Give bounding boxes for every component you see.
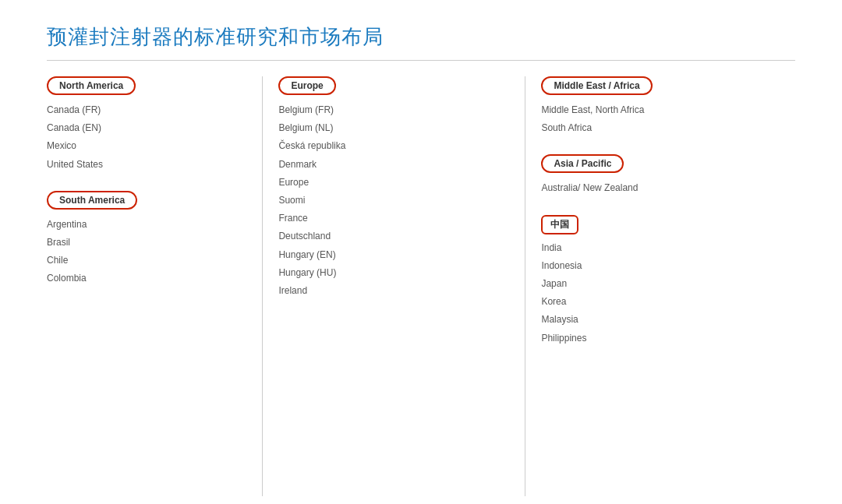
list-item: Suomi bbox=[278, 192, 509, 210]
list-item: Colombia bbox=[47, 270, 254, 287]
list-item: Hungary (HU) bbox=[278, 264, 509, 282]
list-item: Europe bbox=[278, 174, 509, 192]
south-america-section: South America Argentina Brasil Chile Col… bbox=[47, 191, 254, 298]
list-item: Česká republika bbox=[278, 137, 509, 155]
asia-other-country-list: India Indonesia Japan Korea Malaysia Phi… bbox=[541, 239, 795, 347]
list-item: Argentina bbox=[47, 216, 254, 234]
list-item: Belgium (FR) bbox=[278, 101, 509, 119]
asia-pacific-badge: Asia / Pacific bbox=[541, 154, 624, 173]
europe-section: Europe Belgium (FR) Belgium (NL) Česká r… bbox=[278, 76, 509, 309]
right-column: Middle East / Africa Middle East, North … bbox=[525, 76, 795, 496]
list-item: Mexico bbox=[47, 137, 254, 155]
south-america-badge: South America bbox=[47, 191, 137, 210]
list-item: Canada (EN) bbox=[47, 119, 254, 137]
list-item: Indonesia bbox=[541, 257, 795, 275]
europe-badge: Europe bbox=[278, 76, 335, 95]
list-item: South Africa bbox=[541, 119, 795, 137]
asia-pacific-section: Asia / Pacific Australia/ New Zealand bbox=[541, 154, 795, 206]
list-item: Philippines bbox=[541, 330, 795, 347]
list-item: Canada (FR) bbox=[47, 101, 254, 119]
list-item: Ireland bbox=[278, 282, 509, 300]
middle-east-africa-country-list: Middle East, North Africa South Africa bbox=[541, 101, 795, 137]
list-item: France bbox=[278, 210, 509, 227]
south-america-country-list: Argentina Brasil Chile Colombia bbox=[47, 216, 254, 288]
list-item: United States bbox=[47, 156, 254, 174]
asia-pacific-country-list: Australia/ New Zealand bbox=[541, 179, 795, 197]
china-badge: 中国 bbox=[541, 215, 578, 234]
north-america-country-list: Canada (FR) Canada (EN) Mexico United St… bbox=[47, 101, 254, 174]
left-column: North America Canada (FR) Canada (EN) Me… bbox=[47, 76, 262, 496]
list-item: Japan bbox=[541, 275, 795, 293]
north-america-section: North America Canada (FR) Canada (EN) Me… bbox=[47, 76, 254, 183]
list-item: Malaysia bbox=[541, 311, 795, 329]
list-item: Chile bbox=[47, 252, 254, 270]
list-item: Deutschland bbox=[278, 227, 509, 245]
middle-east-africa-badge: Middle East / Africa bbox=[541, 76, 652, 95]
list-item: Australia/ New Zealand bbox=[541, 179, 795, 197]
header: 预灌封注射器的标准研究和市场布局 bbox=[0, 0, 842, 60]
list-item: India bbox=[541, 239, 795, 257]
content-area: North America Canada (FR) Canada (EN) Me… bbox=[0, 61, 842, 504]
list-item: Belgium (NL) bbox=[278, 119, 509, 137]
china-section: 中国 India Indonesia Japan Korea Malaysia … bbox=[541, 215, 795, 357]
list-item: Brasil bbox=[47, 234, 254, 252]
list-item: Korea bbox=[541, 293, 795, 311]
list-item: Middle East, North Africa bbox=[541, 101, 795, 119]
europe-country-list: Belgium (FR) Belgium (NL) Česká republik… bbox=[278, 101, 509, 300]
page-title: 预灌封注射器的标准研究和市场布局 bbox=[47, 23, 795, 51]
page: 预灌封注射器的标准研究和市场布局 North America Canada (F… bbox=[0, 0, 842, 504]
list-item: Hungary (EN) bbox=[278, 246, 509, 264]
north-america-badge: North America bbox=[47, 76, 136, 95]
middle-column: Europe Belgium (FR) Belgium (NL) Česká r… bbox=[262, 76, 525, 496]
middle-east-africa-section: Middle East / Africa Middle East, North … bbox=[541, 76, 795, 146]
list-item: Denmark bbox=[278, 156, 509, 174]
